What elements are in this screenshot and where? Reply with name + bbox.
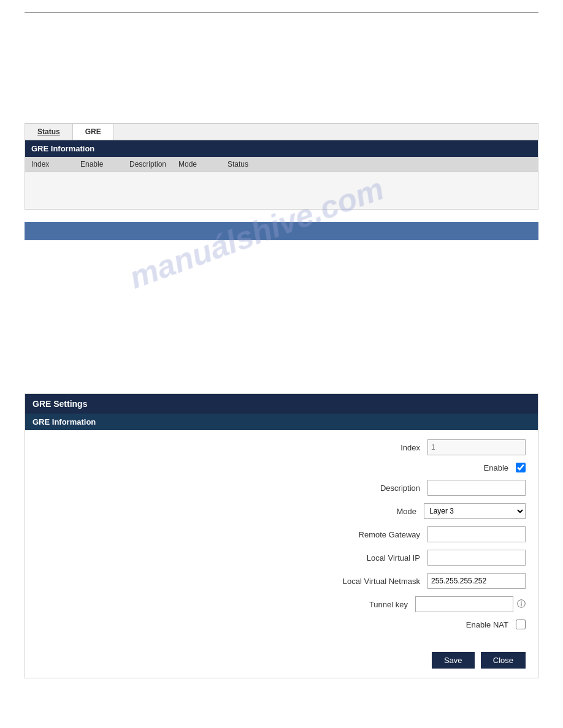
enable-checkbox[interactable]	[516, 463, 526, 472]
local-virtual-ip-row: Local Virtual IP	[37, 550, 526, 566]
tunnel-key-input[interactable]	[415, 596, 513, 612]
local-virtual-ip-label: Local Virtual IP	[297, 553, 420, 563]
index-row: Index	[37, 439, 526, 455]
mode-label: Mode	[294, 507, 416, 516]
col-description: Description	[129, 160, 178, 169]
tunnel-key-input-group: ⓘ	[415, 596, 526, 612]
local-virtual-netmask-row: Local Virtual Netmask	[37, 573, 526, 589]
mode-row: Mode Layer 3 Layer 2	[37, 503, 526, 519]
save-button[interactable]: Save	[432, 652, 475, 669]
table-header: Index Enable Description Mode Status	[25, 157, 538, 172]
table-body	[25, 172, 538, 209]
top-spacer	[25, 25, 538, 123]
gre-settings-section: GRE Settings GRE Information Index Enabl…	[25, 393, 538, 678]
description-label: Description	[297, 483, 420, 493]
enable-label: Enable	[386, 463, 508, 472]
col-enable: Enable	[80, 160, 129, 169]
col-status: Status	[228, 160, 277, 169]
description-input[interactable]	[427, 480, 526, 496]
enable-nat-checkbox[interactable]	[516, 620, 526, 629]
description-row: Description	[37, 480, 526, 496]
tab-status[interactable]: Status	[25, 124, 73, 140]
gre-status-section: Status GRE GRE Information Index Enable …	[25, 123, 538, 210]
col-mode: Mode	[178, 160, 228, 169]
blue-bar	[25, 222, 538, 240]
col-index: Index	[31, 160, 80, 169]
gre-settings-info-header: GRE Information	[25, 414, 538, 430]
remote-gateway-label: Remote Gateway	[297, 530, 420, 539]
tunnel-key-help-icon[interactable]: ⓘ	[517, 599, 526, 610]
form-actions: Save Close	[25, 646, 538, 678]
tunnel-key-label: Tunnel key	[285, 600, 408, 609]
close-button[interactable]: Close	[481, 652, 526, 669]
tab-gre[interactable]: GRE	[73, 124, 114, 140]
tab-row: Status GRE	[25, 124, 538, 140]
local-virtual-ip-input[interactable]	[427, 550, 526, 566]
local-virtual-netmask-label: Local Virtual Netmask	[297, 577, 420, 586]
tunnel-key-row: Tunnel key ⓘ	[37, 596, 526, 612]
remote-gateway-row: Remote Gateway	[37, 526, 526, 542]
enable-row: Enable	[37, 463, 526, 472]
mode-select[interactable]: Layer 3 Layer 2	[424, 503, 526, 519]
index-label: Index	[297, 443, 420, 452]
gre-settings-title: GRE Settings	[25, 394, 538, 414]
gre-info-section-header: GRE Information	[25, 140, 538, 157]
index-input[interactable]	[427, 439, 526, 455]
remote-gateway-input[interactable]	[427, 526, 526, 542]
local-virtual-netmask-input[interactable]	[427, 573, 526, 589]
enable-nat-row: Enable NAT	[37, 620, 526, 629]
top-divider	[25, 12, 538, 13]
form-body: Index Enable Description Mode Layer 3 La…	[25, 430, 538, 646]
enable-nat-label: Enable NAT	[386, 620, 508, 629]
middle-spacer	[25, 252, 538, 387]
